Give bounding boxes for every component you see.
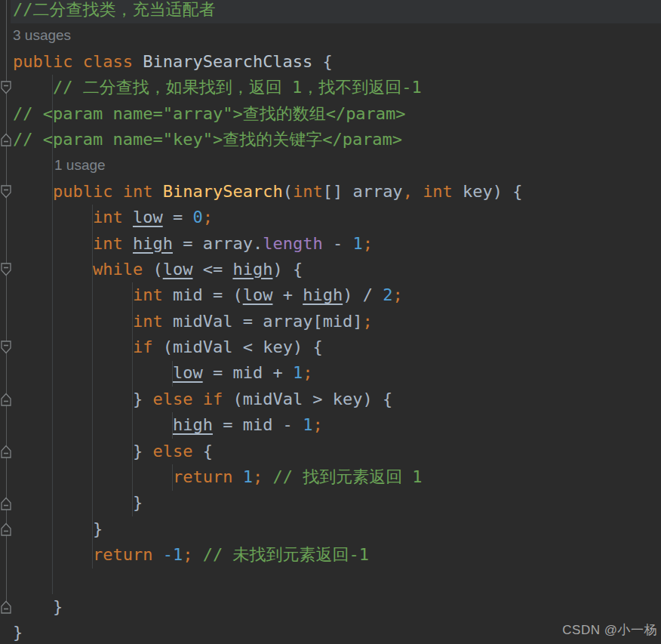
code-token: ; [363,234,373,253]
code-token [13,363,173,382]
code-token: midVal [173,312,232,331]
code-token: 0 [192,208,202,226]
code-token: 2 [383,285,392,304]
code-token: // <param name="array">查找的数组</param> [13,104,406,123]
code-line: // <param name="key">查找的关键字</param> [13,127,661,153]
code-token [13,415,173,434]
code-token: { [323,52,333,71]
code-token: length [263,234,322,253]
code-token: = mid + [203,363,293,382]
code-line: // 二分查找，如果找到，返回 1，找不到返回-1 [13,75,661,100]
fold-end-icon[interactable] [1,393,11,406]
code-token: = [163,208,193,226]
code-token: public int [53,182,163,201]
code-line: } else { [13,439,661,464]
code-line: } [13,594,661,620]
code-token [13,545,93,564]
code-token: low [163,260,193,279]
code-line: } [13,516,661,542]
fold-start-icon[interactable] [1,263,11,276]
code-token: low [173,363,203,382]
code-token [13,312,133,331]
code-token: } [13,519,103,538]
code-token: int [93,208,133,226]
code-line: // <param name="array">查找的数组</param> [13,101,661,127]
code-token: = mid - [213,415,303,434]
code-token: // 未找到元素返回-1 [203,545,369,564]
code-token: else if [152,390,232,408]
code-token: ( [152,260,162,279]
code-token [13,260,93,279]
code-token: high [133,234,173,253]
code-token: + [272,285,303,304]
code-token [13,78,53,97]
code-token: (midVal < key) { [163,337,323,356]
code-token: ) / [343,285,383,304]
code-token: high [173,415,213,434]
code-token: // 找到元素返回 1 [272,467,422,486]
code-token: = array[mid] [232,312,362,331]
code-token: ) { [272,260,303,279]
code-token: -1 [163,545,183,564]
code-token: return [93,545,163,564]
code-token: int [133,285,173,304]
code-token: } [13,442,152,461]
code-line: return 1; // 找到元素返回 1 [13,464,661,490]
code-token: int [423,182,453,201]
code-token: int [133,312,173,331]
code-token: int [293,182,323,201]
code-token: , [403,182,413,201]
code-line: //二分查找类，充当适配者 [13,0,661,23]
code-token: { [192,442,213,461]
code-token: low [243,285,273,304]
code-token: - [323,234,353,253]
code-token [13,208,93,226]
code-token: //二分查找类，充当适配者 [13,0,216,19]
code-token [263,467,272,486]
code-token: 1 [293,363,303,382]
code-line: } else if (midVal > key) { [13,387,661,412]
code-token: int [93,234,133,253]
code-line: return -1; // 未找到元素返回-1 [13,542,661,568]
code-token: array [352,182,402,201]
csdn-watermark: CSDN @小一杨 [562,621,657,639]
code-token [13,467,173,486]
fold-start-icon[interactable] [1,340,11,354]
code-token: ; [392,285,402,304]
code-token: 1 [352,234,362,253]
code-token: [] [323,182,353,201]
fold-end-icon[interactable] [1,522,11,536]
fold-gutter [0,0,12,644]
code-token: (midVal > key) { [232,390,392,408]
fold-end-icon[interactable] [1,600,11,614]
code-token: BinarySearch [163,182,283,201]
fold-start-icon[interactable] [1,81,11,94]
code-token: // 二分查找，如果找到，返回 1，找不到返回-1 [53,78,422,97]
code-token: else [152,442,192,461]
code-token [192,545,202,564]
code-line: public int BinarySearch(int[] array, int… [13,179,661,205]
code-token: mid [173,285,203,304]
code-token: ; [253,467,263,486]
fold-start-icon[interactable] [1,185,11,199]
code-token: if [133,337,163,356]
code-line: int high = array.length - 1; [13,231,661,257]
fold-end-icon[interactable] [1,445,11,458]
fold-end-icon[interactable] [1,133,11,146]
code-line: int mid = (low + high) / 2; [13,282,661,308]
code-line: if (midVal < key) { [13,334,661,360]
code-token [13,285,133,304]
code-token [13,337,133,356]
code-line: } [13,490,661,516]
code-area[interactable]: //二分查找类，充当适配者3 usagespublic class Binary… [13,0,661,644]
usages-inlay[interactable]: 1 usage [13,153,661,178]
usages-inlay[interactable]: 3 usages [13,23,661,48]
code-token: while [93,260,152,279]
code-token: BinarySearchClass [143,52,322,71]
code-token: ; [363,312,373,331]
code-token: key [453,182,493,201]
code-token: } [13,390,152,408]
code-token: = array. [173,234,263,253]
code-line: int midVal = array[mid]; [13,309,661,334]
fold-end-icon[interactable] [1,497,11,510]
